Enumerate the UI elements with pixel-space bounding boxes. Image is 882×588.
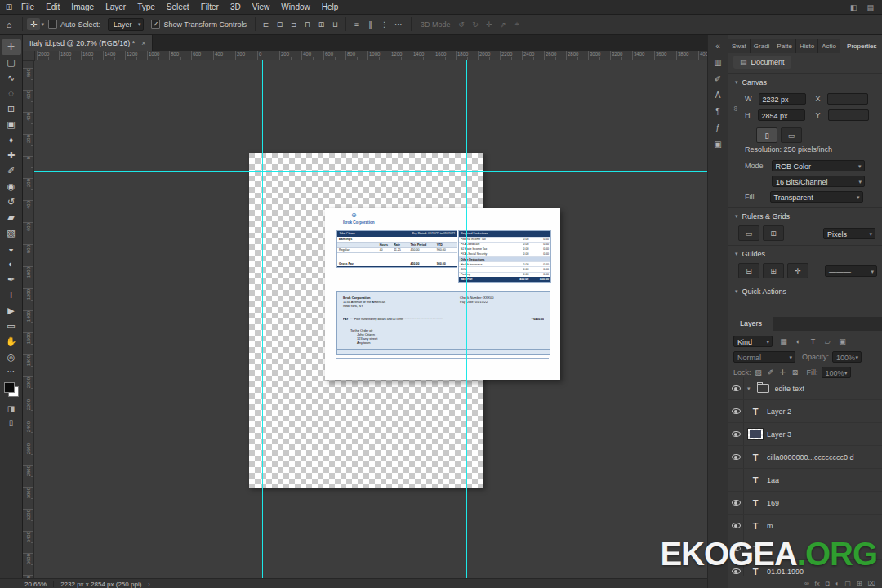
color-swatches[interactable] [4,382,19,397]
align-icon[interactable]: ⊓ [301,18,314,30]
panel-tab[interactable]: Swat [728,39,751,53]
paystub-layer[interactable]: ⊕ Ikrok Corporation John Citizen Pay Per… [325,208,560,380]
layer-row[interactable]: ▾ T m [728,514,882,537]
panel-tab[interactable]: Properties [840,39,882,53]
panel-strip-icon[interactable]: ▥ [708,54,728,70]
guide-vertical-right[interactable] [466,60,467,578]
tool-button[interactable]: ↺ [2,194,21,210]
layer-thumbnail[interactable]: T [755,384,772,393]
tool-button[interactable]: ▶ [2,303,21,318]
rulers-grids-section-header[interactable]: ▾ Rulers & Grids [735,212,790,220]
tool-button[interactable]: ◌ [2,86,21,101]
menu-right-icon[interactable]: ▤ [866,3,874,11]
guides-button[interactable]: ⊟ [738,263,760,278]
tool-button[interactable]: ✒ [2,272,21,287]
tool-button[interactable]: ▣ [2,117,21,132]
tab-layers[interactable]: Layers [728,317,773,331]
tool-button[interactable]: ✐ [2,163,21,179]
guides-section-header[interactable]: ▾ Guides [735,250,765,258]
layers-bottom-icon[interactable]: ▢ [845,580,852,587]
align-icon[interactable]: ⊟ [274,18,286,30]
width-field[interactable]: 2232 px [759,93,806,105]
opacity-dropdown[interactable]: 100% [832,351,862,363]
more-options-icon[interactable]: ⋯ [390,20,407,29]
guides-button[interactable]: ⊞ [763,263,784,278]
document-tab[interactable]: Italy id.psd @ 20.7% (RGB/16) * × [23,35,153,51]
height-field[interactable]: 2854 px [758,109,805,121]
canvas-section-header[interactable]: ▾ Canvas [735,78,767,87]
panel-strip-icon[interactable]: « [708,38,728,54]
layer-visibility-toggle[interactable] [728,377,744,399]
layers-bottom-icon[interactable]: ⊞ [857,580,862,587]
show-transform-toggle[interactable]: Show Transform Controls [151,20,247,29]
layer-visibility-toggle[interactable] [728,492,744,514]
properties-document-row[interactable]: ▤ Document [733,56,791,69]
panel-strip-icon[interactable]: ▣ [708,136,728,152]
lock-icon[interactable]: ▨ [754,367,764,378]
layer-thumbnail[interactable]: T [747,452,764,462]
panel-tab[interactable]: Gradi [751,39,774,53]
app-icon[interactable]: ⊞ [2,2,16,11]
close-icon[interactable]: × [141,39,145,47]
layer-visibility-toggle[interactable] [728,514,744,537]
guide-horizontal-bottom[interactable] [34,470,707,470]
tool-button[interactable]: ◉ [2,179,21,194]
layers-bottom-icon[interactable]: ⌧ [868,580,875,587]
panel-tab[interactable]: Histo [796,39,818,53]
layer-thumbnail[interactable]: T [747,475,764,485]
distribute-icon[interactable]: ⋮ [378,18,390,30]
layers-bottom-icon[interactable]: ◘ [826,580,830,587]
toolbar-extra-icon[interactable]: ◨ [7,404,15,413]
layer-thumbnail[interactable]: T [747,521,764,531]
layer-filter-icon[interactable]: ▱ [822,336,834,347]
guide-vertical-left[interactable] [262,60,263,578]
tool-button[interactable]: ◎ [2,350,21,365]
tool-button[interactable]: ✛ [2,39,21,55]
menu-item[interactable]: Select [161,2,195,11]
menu-item[interactable]: Layer [100,2,131,11]
layers-bottom-icon[interactable]: ∞ [804,580,809,587]
kind-dropdown[interactable]: Kind [733,336,773,347]
horizontal-ruler[interactable]: 2000180016001400120010008006004002000200… [23,51,707,60]
layer-name[interactable]: 1aa [767,476,779,484]
distribute-icon[interactable]: ∥ [364,18,376,30]
panel-strip-icon[interactable]: ¶ [708,103,728,119]
edit-toolbar-icon[interactable]: ⋯ [7,367,16,376]
auto-select-toggle[interactable]: Auto-Select: [48,20,100,29]
group-caret-icon[interactable]: ▾ [747,385,751,392]
zoom-level[interactable]: 20.66% [24,581,47,588]
lock-icon[interactable]: ⊠ [791,367,800,378]
layer-visibility-toggle[interactable] [728,400,744,422]
orientation-button[interactable]: ▭ [781,127,802,143]
panel-strip-icon[interactable]: ✐ [708,70,728,87]
tool-button[interactable]: ∿ [2,70,21,86]
home-icon[interactable]: ⌂ [0,20,18,29]
layer-filter-icon[interactable]: T [807,336,819,347]
tool-button[interactable]: ✋ [2,334,21,350]
foreground-color-swatch[interactable] [4,382,15,393]
panel-tab[interactable]: Patte [773,39,796,53]
quick-actions-section-header[interactable]: ▾ Quick Actions [735,287,786,296]
tool-button[interactable]: T [2,287,21,303]
menu-item[interactable]: Help [316,2,345,11]
align-icon[interactable]: ⊞ [315,18,327,30]
layer-visibility-toggle[interactable] [728,423,744,445]
menu-item[interactable]: Window [275,2,316,11]
menu-item[interactable]: Image [65,2,100,11]
menu-item[interactable]: Filter [195,2,225,11]
tool-button[interactable]: ⊞ [2,101,21,117]
layers-bottom-icon[interactable]: ◐ [835,580,840,587]
status-arrow-icon[interactable]: › [148,581,149,587]
rulers-grids-button[interactable]: ▭ [738,225,760,241]
tool-button[interactable]: ♦ [2,132,21,148]
layer-filter-icon[interactable]: ◐ [792,336,804,347]
fill-dropdown[interactable]: Transparent [770,191,863,203]
layers-bottom-icon[interactable]: fx [815,580,820,587]
layer-thumbnail[interactable]: T [747,407,764,416]
guide-style-dropdown[interactable]: ——— [825,265,877,277]
layer-row[interactable]: ▾ T Layer 3 [728,423,882,446]
layer-row[interactable]: ▾ T cilla0000000...cccccccc0 d [728,446,882,469]
orientation-button[interactable]: ▯ [756,127,777,143]
tool-button[interactable]: ✚ [2,148,21,163]
rulers-grids-button[interactable]: ⊞ [763,225,784,241]
